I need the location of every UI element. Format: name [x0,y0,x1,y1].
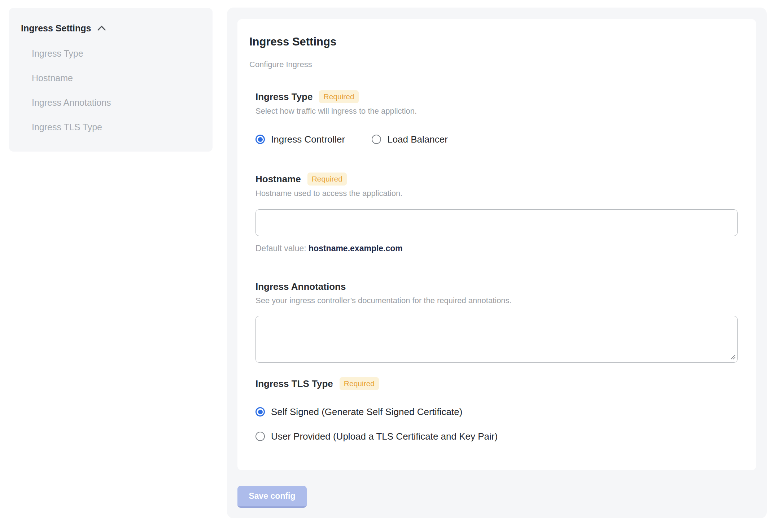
ingress-tls-type-label: Ingress TLS Type [255,378,333,390]
chevron-up-icon[interactable] [97,25,106,31]
required-badge: Required [340,377,379,390]
ingress-type-label: Ingress Type [255,91,312,103]
sidebar-nav: Ingress Type Hostname Ingress Annotation… [21,48,202,133]
radio-label[interactable]: Load Balancer [387,134,448,145]
sidebar-item-hostname[interactable]: Hostname [32,72,202,84]
default-value-label: Default value: [255,244,309,253]
radio-label[interactable]: Ingress Controller [271,134,345,145]
settings-panel: Ingress Settings Configure Ingress Ingre… [227,8,767,518]
ingress-annotations-textarea[interactable] [255,316,738,363]
radio-load-balancer[interactable]: Load Balancer [372,134,448,145]
hostname-description: Hostname used to access the application. [255,188,738,199]
radio-label[interactable]: Self Signed (Generate Self Signed Certif… [271,406,462,418]
sidebar-item-ingress-annotations[interactable]: Ingress Annotations [32,97,202,108]
radio-circle-icon[interactable] [255,135,265,144]
save-config-button[interactable]: Save config [237,486,307,508]
radio-self-signed[interactable]: Self Signed (Generate Self Signed Certif… [255,406,738,418]
required-badge: Required [307,173,347,186]
required-badge: Required [319,90,358,103]
hostname-default-value: hostname.example.com [309,244,403,253]
sidebar-item-ingress-type[interactable]: Ingress Type [32,48,202,59]
ingress-type-section: Ingress Type Required Select how traffic… [255,90,738,145]
radio-circle-icon[interactable] [255,407,265,417]
ingress-tls-radio-group: Self Signed (Generate Self Signed Certif… [255,406,738,442]
page-title: Ingress Settings [249,35,738,49]
hostname-input[interactable] [255,209,738,236]
ingress-annotations-label: Ingress Annotations [255,280,346,293]
hostname-label: Hostname [255,173,301,185]
radio-user-provided[interactable]: User Provided (Upload a TLS Certificate … [255,431,738,442]
radio-label[interactable]: User Provided (Upload a TLS Certificate … [271,431,498,442]
hostname-section: Hostname Required Hostname used to acces… [255,173,738,254]
page-subtitle: Configure Ingress [249,60,738,70]
hostname-default-line: Default value: hostname.example.com [255,243,738,254]
ingress-type-radio-group: Ingress Controller Load Balancer [255,134,738,145]
sidebar-item-ingress-tls-type[interactable]: Ingress TLS Type [32,121,202,133]
sidebar: Ingress Settings Ingress Type Hostname I… [9,8,213,152]
settings-card: Ingress Settings Configure Ingress Ingre… [237,19,756,470]
resize-handle-icon[interactable] [730,354,736,360]
radio-circle-icon[interactable] [372,135,381,144]
radio-ingress-controller[interactable]: Ingress Controller [255,134,345,145]
ingress-annotations-description: See your ingress controller’s documentat… [255,296,738,306]
ingress-annotations-section: Ingress Annotations See your ingress con… [255,280,738,363]
ingress-tls-type-section: Ingress TLS Type Required Self Signed (G… [255,377,738,442]
radio-circle-icon[interactable] [255,432,265,441]
sidebar-section-title: Ingress Settings [21,22,91,34]
ingress-type-description: Select how traffic will ingress to the a… [255,106,738,116]
sidebar-section-header[interactable]: Ingress Settings [21,22,202,34]
